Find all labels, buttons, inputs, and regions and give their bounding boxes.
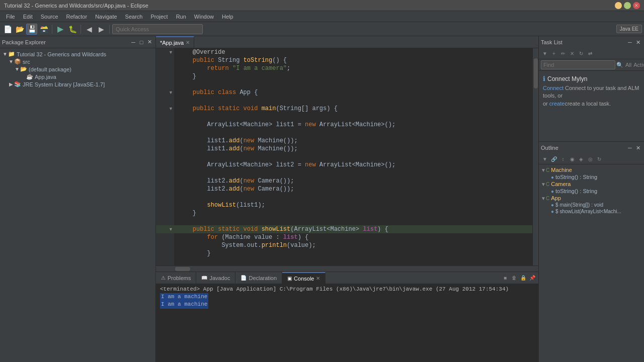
editor-hscrollbar[interactable] [156, 265, 538, 272]
close-view-button[interactable]: ✕ [145, 38, 153, 46]
task-activate-button[interactable]: Activate... [632, 62, 644, 68]
java-file-icon: ☕ [26, 73, 33, 80]
scrollbar-thumb[interactable] [534, 58, 538, 88]
outline-minimize[interactable]: ─ [626, 144, 634, 152]
tree-item-project[interactable]: ▼ 📁 Tutorial 32 - Generics and Wildcards [0, 50, 155, 58]
outline-link-editor[interactable]: 🔗 [550, 155, 558, 163]
outline-sort[interactable]: ↕ [559, 155, 567, 163]
package-label: (default package) [29, 66, 71, 72]
back-button[interactable]: ◀ [84, 24, 95, 35]
console-tab-close[interactable]: ✕ [316, 276, 320, 281]
tab-console[interactable]: ▣ Console ✕ [282, 272, 326, 284]
menu-navigate[interactable]: Navigate [91, 13, 121, 21]
console-output-area: <terminated> App [Java Application] C:\P… [156, 284, 538, 362]
camera-tostring-label: toString() : String [555, 188, 597, 194]
code-line-6: public class App { [174, 88, 532, 97]
fold-btn-6[interactable]: ▼ [156, 88, 174, 97]
terminate-button[interactable]: ■ [501, 274, 509, 282]
maximize-view-button[interactable]: □ [137, 38, 145, 46]
tab-problems[interactable]: ⚠ Problems [156, 272, 196, 284]
class-icon-app: C [546, 196, 549, 201]
outline-machine-class[interactable]: ▼ C Machine [539, 166, 644, 173]
menu-refactor[interactable]: Refactor [62, 13, 92, 21]
task-find-button[interactable]: 🔍 [615, 62, 624, 68]
outline-machine-tostring[interactable]: ● toString() : String [539, 173, 644, 180]
menu-search[interactable]: Search [121, 13, 147, 21]
code-line-22 [174, 217, 532, 225]
task-list-toolbar: ▼ + ✏ ✕ ↻ ⇄ [539, 48, 644, 59]
app-label: App [551, 195, 561, 201]
minimize-view-button[interactable]: ─ [129, 38, 137, 46]
tab-javadoc[interactable]: 📖 Javadoc [196, 272, 235, 284]
menu-window[interactable]: Window [190, 13, 218, 21]
gutter-line-10 [156, 121, 174, 129]
editor-scrollbar[interactable] [532, 48, 538, 265]
outline-close[interactable]: ✕ [634, 144, 642, 152]
quick-access-input[interactable] [112, 24, 203, 34]
menu-project[interactable]: Project [146, 13, 172, 21]
new-button[interactable]: 📄 [2, 24, 13, 35]
tree-item-src[interactable]: ▼ 📦 src [0, 58, 155, 65]
tree-item-app-java[interactable]: ☕ App.java [0, 73, 155, 80]
task-list-close[interactable]: ✕ [634, 38, 642, 46]
task-edit-btn[interactable]: ✏ [559, 50, 567, 58]
open-button[interactable]: 📂 [14, 24, 25, 35]
menu-bar: File Edit Source Refactor Navigate Searc… [0, 11, 644, 22]
minimize-button[interactable]: ─ [615, 2, 622, 9]
tab-declaration[interactable]: 📄 Declaration [235, 272, 282, 284]
task-sync-btn[interactable]: ⇄ [586, 50, 594, 58]
editor-tab-close[interactable]: ✕ [186, 40, 190, 45]
outline-app-showlist[interactable]: ● $ showList(ArrayList<Machi... [539, 208, 644, 215]
maximize-button[interactable]: □ [624, 2, 631, 9]
tree-item-jre[interactable]: ▶ 📚 JRE System Library [JavaSE-1.7] [0, 80, 155, 88]
code-editor[interactable]: @Override public String toString() { ret… [174, 48, 532, 265]
editor-tab-app-java[interactable]: *App.java ✕ [156, 36, 194, 48]
debug-button[interactable]: 🐛 [67, 24, 78, 35]
task-delete-btn[interactable]: ✕ [568, 50, 576, 58]
connect-link[interactable]: Connect [543, 85, 564, 91]
task-find-input[interactable] [541, 60, 615, 69]
fold-btn-23[interactable]: ▼ [156, 225, 174, 233]
scroll-lock-button[interactable]: 🔒 [519, 274, 527, 282]
outline-hide-nonpublic[interactable]: ◎ [586, 155, 594, 163]
menu-edit[interactable]: Edit [19, 13, 37, 21]
task-new-btn[interactable]: + [550, 50, 558, 58]
task-all-button[interactable]: All [624, 62, 632, 68]
hscrollbar-thumb[interactable] [175, 267, 190, 271]
outline-collapse-all[interactable]: ▼ [541, 155, 549, 163]
connect-mylyn-area: ℹ Connect Mylyn Connect Connect to your … [539, 71, 644, 112]
forward-button[interactable]: ▶ [96, 24, 107, 35]
package-explorer-header: Package Explorer ─ □ ✕ [0, 36, 155, 48]
menu-file[interactable]: File [2, 13, 19, 21]
bottom-tabs: ⚠ Problems 📖 Javadoc 📄 Declaration ▣ Con… [156, 272, 538, 284]
fold-btn-8[interactable]: ▼ [156, 105, 174, 113]
fold-btn-1[interactable]: ▼ [156, 48, 174, 56]
window-controls[interactable]: ─ □ ✕ [615, 2, 640, 9]
code-line-26: } [174, 249, 532, 257]
outline-camera-class[interactable]: ▼ C Camera [539, 180, 644, 188]
outline-app-main[interactable]: ● $ main(String[]) : void [539, 202, 644, 208]
save-all-button[interactable]: 🗃️ [38, 24, 49, 35]
task-refresh-btn[interactable]: ↻ [577, 50, 585, 58]
save-button[interactable]: 💾 [26, 24, 37, 35]
outline-camera-tostring[interactable]: ● toString() : String [539, 188, 644, 195]
outline-hide-static[interactable]: ◈ [577, 155, 585, 163]
menu-run[interactable]: Run [172, 13, 190, 21]
machine-tostring-label: toString() : String [555, 174, 597, 180]
package-explorer-title: Package Explorer [2, 39, 129, 45]
java-ee-button[interactable]: Java EE [616, 25, 642, 33]
outline-hide-fields[interactable]: ◉ [568, 155, 576, 163]
outline-refresh[interactable]: ↻ [595, 155, 603, 163]
outline-app-class[interactable]: ▼ C App [539, 195, 644, 202]
run-button[interactable]: ▶ [55, 24, 66, 35]
task-list-minimize[interactable]: ─ [626, 38, 634, 46]
menu-source[interactable]: Source [37, 13, 62, 21]
task-filter-btn[interactable]: ▼ [541, 50, 549, 58]
pin-console-button[interactable]: 📌 [528, 274, 536, 282]
clear-console-button[interactable]: 🗑 [510, 274, 518, 282]
close-button[interactable]: ✕ [633, 2, 640, 9]
create-link[interactable]: create [549, 101, 565, 107]
menu-help[interactable]: Help [218, 13, 237, 21]
task-list-title: Task List [541, 39, 626, 45]
tree-item-default-package[interactable]: ▼ 📂 (default package) [0, 65, 155, 73]
